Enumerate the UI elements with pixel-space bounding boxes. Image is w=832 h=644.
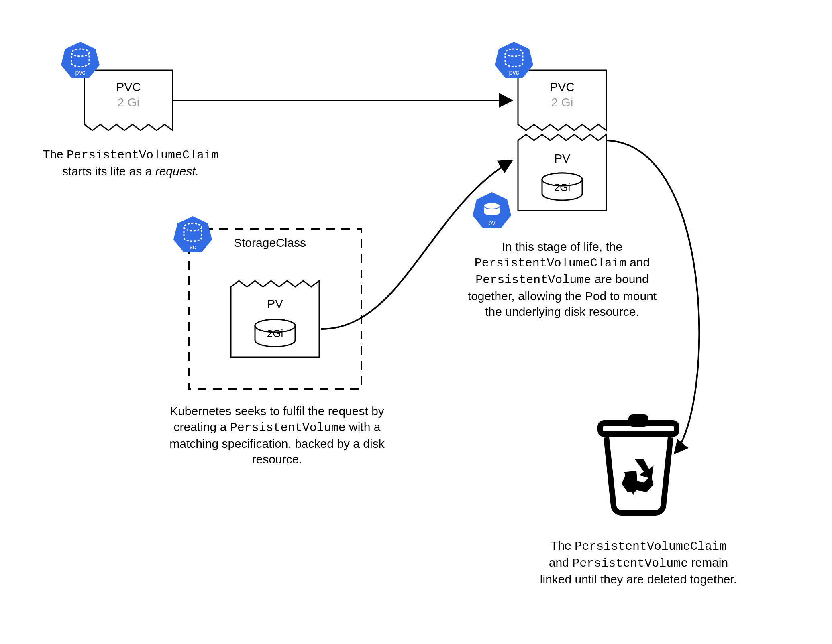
pvc1-title: PVC xyxy=(84,80,173,94)
pv-bound-receipt xyxy=(518,134,606,211)
pv-sc-receipt xyxy=(231,281,319,357)
caption-1: The PersistentVolumeClaim starts its lif… xyxy=(22,146,239,179)
pvc2-size: 2 Gi xyxy=(518,95,606,109)
trash-icon xyxy=(600,417,677,513)
pv-sc-size: 2Gi xyxy=(231,327,319,340)
pv-sc-title: PV xyxy=(231,297,319,311)
pv-icon-label: pv xyxy=(489,219,496,226)
pv-bound-size: 2Gi xyxy=(518,181,606,194)
storageclass-title: StorageClass xyxy=(234,236,306,250)
pvc-icon-1-label: pvc xyxy=(75,69,86,76)
diagram-canvas: pvc pvc sc pv PVC 2 Gi PVC 2 Gi PV 2Gi S… xyxy=(0,0,832,644)
pv-icon: pv xyxy=(473,192,511,228)
pvc-icon-2-label: pvc xyxy=(509,69,519,76)
sc-icon: sc xyxy=(173,216,212,252)
pv-bound-title: PV xyxy=(518,152,606,165)
caption-2: Kubernetes seeks to fulfil the request b… xyxy=(161,403,394,467)
caption-4: The PersistentVolumeClaim and Persistent… xyxy=(526,538,751,587)
sc-icon-label: sc xyxy=(190,244,196,250)
pvc2-title: PVC xyxy=(518,80,606,94)
pvc1-size: 2 Gi xyxy=(84,95,173,109)
caption-3: In this stage of life, the PersistentVol… xyxy=(454,239,671,319)
